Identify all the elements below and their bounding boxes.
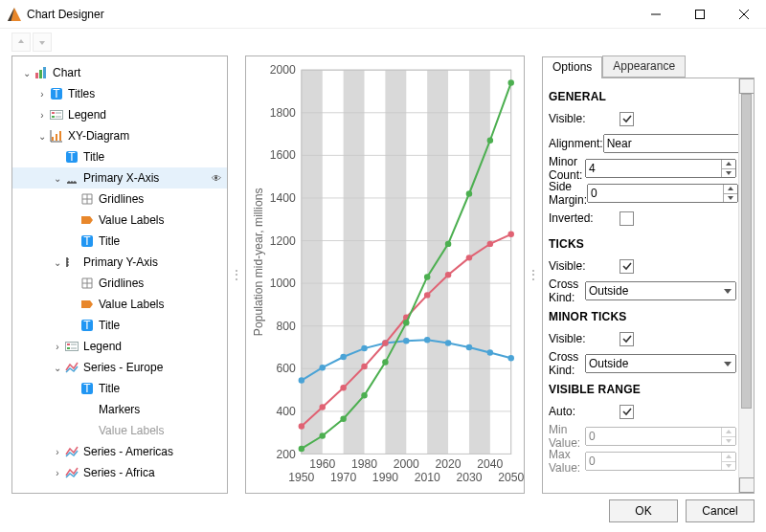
splitter-left[interactable] (234, 55, 239, 494)
label-cross-kind: Cross Kind: (549, 277, 585, 304)
tree-label: Primary X-Axis (83, 171, 159, 185)
spin-up-icon[interactable] (721, 160, 735, 169)
tree-node-x-title[interactable]: T Title (12, 231, 227, 252)
svg-text:800: 800 (276, 320, 296, 333)
tree-node-markers[interactable]: Markers (12, 399, 227, 420)
tree-node-gridlines-y[interactable]: Gridlines (12, 273, 227, 294)
tree-node-legend[interactable]: › Legend (12, 104, 227, 125)
app-logo-icon (8, 8, 21, 21)
checkbox-range-auto[interactable] (620, 405, 634, 419)
tree-node-chart[interactable]: ⌄ Chart (12, 62, 227, 83)
checkbox-minor-ticks-visible[interactable] (620, 332, 634, 346)
tree-node-value-labels-y[interactable]: Value Labels (12, 294, 227, 315)
svg-point-96 (424, 337, 430, 343)
svg-text:2030: 2030 (456, 471, 482, 484)
combo-alignment[interactable] (603, 134, 755, 153)
scroll-up-icon[interactable] (739, 78, 755, 94)
visibility-eye-icon[interactable]: 👁 (212, 173, 221, 184)
axis-icon (64, 255, 79, 270)
tree-label: Gridlines (99, 192, 144, 206)
close-button[interactable] (722, 0, 766, 29)
combo-minor-cross-kind[interactable] (585, 354, 736, 373)
tree-label: Title (83, 150, 104, 164)
spin-minor-count[interactable] (585, 159, 736, 178)
move-up-button[interactable] (11, 33, 31, 52)
maximize-button[interactable] (678, 0, 722, 29)
tree-label: Title (99, 319, 120, 332)
combo-ticks-cross-kind[interactable] (585, 281, 736, 300)
tree-node-y-title[interactable]: T Title (12, 315, 227, 336)
chevron-right-icon: › (53, 342, 62, 352)
tree-label: Series - Europe (83, 361, 163, 374)
titlebar: Chart Designer (0, 0, 766, 29)
checkbox-general-visible[interactable] (620, 112, 634, 126)
tree-node-series-title[interactable]: T Title (12, 378, 227, 399)
tree-label: Markers (99, 403, 140, 416)
svg-point-115 (361, 392, 367, 398)
tree-node-diagram-title[interactable]: T Title (12, 146, 227, 167)
tree-node-legend-2[interactable]: › Legend (12, 336, 227, 357)
svg-point-117 (403, 320, 409, 325)
svg-rect-45 (66, 343, 79, 351)
minimize-button[interactable] (634, 0, 678, 29)
tab-appearance[interactable]: Appearance (602, 55, 686, 78)
tree-node-series-americas[interactable]: › Series - Americas (12, 441, 227, 462)
title-icon: T (79, 318, 95, 333)
cancel-button[interactable]: Cancel (686, 499, 755, 522)
label-minor-cross-kind: Cross Kind: (549, 350, 585, 377)
structure-tree-panel: ⌄ Chart › T Titles › Legend ⌄ XY-Diagram (11, 55, 228, 494)
svg-rect-5 (39, 70, 42, 78)
svg-point-121 (487, 138, 493, 144)
svg-point-100 (507, 355, 513, 361)
ok-button[interactable]: OK (609, 499, 678, 522)
svg-point-104 (361, 364, 367, 369)
tab-options[interactable]: Options (542, 56, 602, 78)
svg-rect-54 (385, 70, 406, 454)
spin-max-value (585, 452, 736, 471)
svg-text:1950: 1950 (288, 471, 314, 484)
svg-point-119 (445, 241, 451, 247)
label-minor-count: Minor Count: (549, 155, 585, 182)
svg-text:2010: 2010 (415, 471, 440, 484)
svg-text:1800: 1800 (270, 106, 296, 120)
move-down-button[interactable] (33, 33, 52, 52)
tree-node-gridlines[interactable]: Gridlines (12, 188, 227, 210)
svg-rect-10 (52, 112, 55, 114)
tree-node-primary-x-axis[interactable]: ⌄ Primary X-Axis 👁 (12, 167, 227, 188)
tree-node-titles[interactable]: › T Titles (12, 83, 227, 104)
gridlines-icon (79, 191, 95, 207)
scroll-down-icon[interactable] (739, 477, 755, 493)
svg-text:200: 200 (276, 448, 296, 461)
svg-rect-53 (344, 70, 365, 454)
svg-text:1960: 1960 (309, 457, 335, 471)
properties-scrollbar[interactable] (738, 78, 754, 493)
axis-icon (64, 170, 79, 186)
svg-text:1990: 1990 (372, 471, 398, 484)
tree-node-series-africa[interactable]: › Series - Africa (12, 462, 227, 483)
svg-point-108 (445, 272, 451, 277)
chevron-right-icon: › (53, 468, 62, 478)
spin-side-margin[interactable] (587, 184, 738, 203)
tree-node-value-labels-disabled[interactable]: Value Labels (12, 420, 227, 441)
tree-label: Value Labels (99, 213, 165, 227)
splitter-right[interactable] (530, 55, 536, 494)
svg-point-92 (340, 354, 346, 360)
series-icon (64, 465, 79, 480)
checkbox-inverted[interactable] (620, 211, 634, 226)
svg-rect-46 (67, 344, 70, 345)
svg-point-122 (507, 79, 513, 85)
svg-point-116 (382, 359, 388, 365)
tree-node-xy-diagram[interactable]: ⌄ XY-Diagram (12, 125, 227, 146)
tree-label: Gridlines (99, 277, 144, 290)
tree-node-series-europe[interactable]: ⌄ Series - Europe (12, 357, 227, 378)
tree-node-primary-y-axis[interactable]: ⌄ Primary Y-Axis (12, 252, 227, 273)
tree-label: Title (99, 234, 120, 248)
series-icon (64, 360, 79, 375)
svg-text:Population mid-year, millions: Population mid-year, millions (252, 188, 265, 336)
spin-down-icon[interactable] (723, 194, 737, 203)
spin-up-icon[interactable] (723, 185, 737, 194)
spin-down-icon[interactable] (721, 169, 735, 178)
tree-node-value-labels[interactable]: Value Labels (12, 210, 227, 231)
checkbox-ticks-visible[interactable] (620, 259, 634, 274)
svg-point-105 (382, 340, 388, 345)
